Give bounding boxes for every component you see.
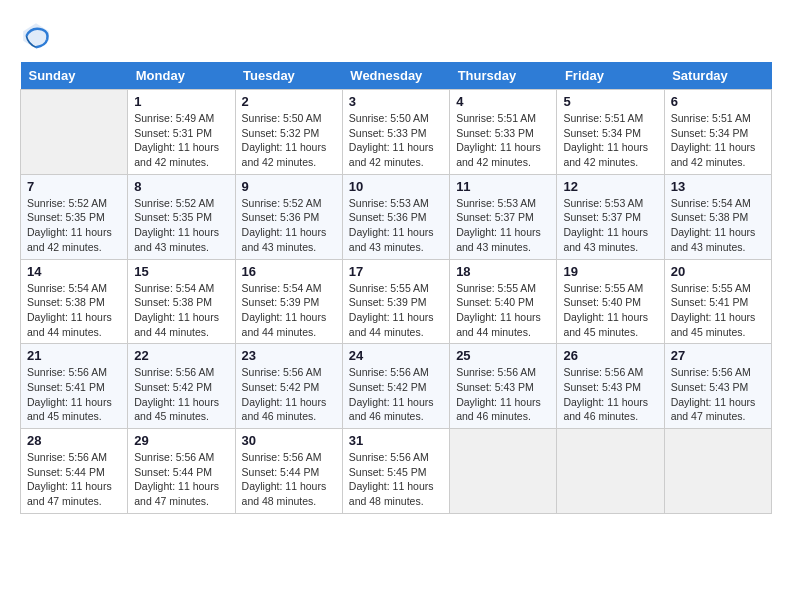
day-info: Sunrise: 5:56 AM Sunset: 5:43 PM Dayligh… (563, 365, 657, 424)
day-info: Sunrise: 5:52 AM Sunset: 5:35 PM Dayligh… (27, 196, 121, 255)
day-number: 3 (349, 94, 443, 109)
day-info: Sunrise: 5:55 AM Sunset: 5:40 PM Dayligh… (563, 281, 657, 340)
day-number: 20 (671, 264, 765, 279)
day-info: Sunrise: 5:53 AM Sunset: 5:36 PM Dayligh… (349, 196, 443, 255)
day-info: Sunrise: 5:52 AM Sunset: 5:36 PM Dayligh… (242, 196, 336, 255)
calendar-cell: 19Sunrise: 5:55 AM Sunset: 5:40 PM Dayli… (557, 259, 664, 344)
day-info: Sunrise: 5:55 AM Sunset: 5:39 PM Dayligh… (349, 281, 443, 340)
calendar-cell: 1Sunrise: 5:49 AM Sunset: 5:31 PM Daylig… (128, 90, 235, 175)
day-number: 5 (563, 94, 657, 109)
day-info: Sunrise: 5:51 AM Sunset: 5:34 PM Dayligh… (563, 111, 657, 170)
calendar-cell: 11Sunrise: 5:53 AM Sunset: 5:37 PM Dayli… (450, 174, 557, 259)
calendar-cell: 31Sunrise: 5:56 AM Sunset: 5:45 PM Dayli… (342, 429, 449, 514)
day-number: 6 (671, 94, 765, 109)
calendar-cell: 26Sunrise: 5:56 AM Sunset: 5:43 PM Dayli… (557, 344, 664, 429)
day-info: Sunrise: 5:56 AM Sunset: 5:45 PM Dayligh… (349, 450, 443, 509)
calendar-cell (450, 429, 557, 514)
day-info: Sunrise: 5:54 AM Sunset: 5:39 PM Dayligh… (242, 281, 336, 340)
day-info: Sunrise: 5:54 AM Sunset: 5:38 PM Dayligh… (27, 281, 121, 340)
calendar-cell: 29Sunrise: 5:56 AM Sunset: 5:44 PM Dayli… (128, 429, 235, 514)
day-info: Sunrise: 5:50 AM Sunset: 5:33 PM Dayligh… (349, 111, 443, 170)
day-info: Sunrise: 5:55 AM Sunset: 5:41 PM Dayligh… (671, 281, 765, 340)
day-info: Sunrise: 5:51 AM Sunset: 5:34 PM Dayligh… (671, 111, 765, 170)
calendar-cell: 20Sunrise: 5:55 AM Sunset: 5:41 PM Dayli… (664, 259, 771, 344)
day-number: 19 (563, 264, 657, 279)
calendar-cell (664, 429, 771, 514)
day-number: 27 (671, 348, 765, 363)
calendar-cell: 2Sunrise: 5:50 AM Sunset: 5:32 PM Daylig… (235, 90, 342, 175)
calendar-cell (21, 90, 128, 175)
day-number: 31 (349, 433, 443, 448)
calendar-cell: 6Sunrise: 5:51 AM Sunset: 5:34 PM Daylig… (664, 90, 771, 175)
day-info: Sunrise: 5:54 AM Sunset: 5:38 PM Dayligh… (671, 196, 765, 255)
day-info: Sunrise: 5:51 AM Sunset: 5:33 PM Dayligh… (456, 111, 550, 170)
calendar-cell: 23Sunrise: 5:56 AM Sunset: 5:42 PM Dayli… (235, 344, 342, 429)
day-number: 21 (27, 348, 121, 363)
weekday-header-row: SundayMondayTuesdayWednesdayThursdayFrid… (21, 62, 772, 90)
day-number: 11 (456, 179, 550, 194)
day-number: 15 (134, 264, 228, 279)
calendar-header: SundayMondayTuesdayWednesdayThursdayFrid… (21, 62, 772, 90)
day-number: 4 (456, 94, 550, 109)
day-number: 29 (134, 433, 228, 448)
day-info: Sunrise: 5:55 AM Sunset: 5:40 PM Dayligh… (456, 281, 550, 340)
day-info: Sunrise: 5:52 AM Sunset: 5:35 PM Dayligh… (134, 196, 228, 255)
day-info: Sunrise: 5:53 AM Sunset: 5:37 PM Dayligh… (563, 196, 657, 255)
day-number: 28 (27, 433, 121, 448)
day-info: Sunrise: 5:56 AM Sunset: 5:44 PM Dayligh… (27, 450, 121, 509)
day-number: 17 (349, 264, 443, 279)
calendar-cell: 21Sunrise: 5:56 AM Sunset: 5:41 PM Dayli… (21, 344, 128, 429)
calendar-cell: 16Sunrise: 5:54 AM Sunset: 5:39 PM Dayli… (235, 259, 342, 344)
page-header (20, 20, 772, 52)
calendar-cell: 3Sunrise: 5:50 AM Sunset: 5:33 PM Daylig… (342, 90, 449, 175)
calendar-cell: 30Sunrise: 5:56 AM Sunset: 5:44 PM Dayli… (235, 429, 342, 514)
weekday-header-tuesday: Tuesday (235, 62, 342, 90)
logo (20, 20, 56, 52)
calendar-cell: 9Sunrise: 5:52 AM Sunset: 5:36 PM Daylig… (235, 174, 342, 259)
day-number: 23 (242, 348, 336, 363)
weekday-header-sunday: Sunday (21, 62, 128, 90)
day-number: 2 (242, 94, 336, 109)
calendar-cell: 22Sunrise: 5:56 AM Sunset: 5:42 PM Dayli… (128, 344, 235, 429)
calendar-cell: 17Sunrise: 5:55 AM Sunset: 5:39 PM Dayli… (342, 259, 449, 344)
calendar-cell: 18Sunrise: 5:55 AM Sunset: 5:40 PM Dayli… (450, 259, 557, 344)
day-number: 12 (563, 179, 657, 194)
calendar-cell: 5Sunrise: 5:51 AM Sunset: 5:34 PM Daylig… (557, 90, 664, 175)
calendar-table: SundayMondayTuesdayWednesdayThursdayFrid… (20, 62, 772, 514)
calendar-week-3: 14Sunrise: 5:54 AM Sunset: 5:38 PM Dayli… (21, 259, 772, 344)
weekday-header-monday: Monday (128, 62, 235, 90)
day-number: 24 (349, 348, 443, 363)
weekday-header-wednesday: Wednesday (342, 62, 449, 90)
calendar-cell: 12Sunrise: 5:53 AM Sunset: 5:37 PM Dayli… (557, 174, 664, 259)
day-info: Sunrise: 5:54 AM Sunset: 5:38 PM Dayligh… (134, 281, 228, 340)
day-info: Sunrise: 5:56 AM Sunset: 5:43 PM Dayligh… (456, 365, 550, 424)
calendar-cell: 14Sunrise: 5:54 AM Sunset: 5:38 PM Dayli… (21, 259, 128, 344)
calendar-cell: 25Sunrise: 5:56 AM Sunset: 5:43 PM Dayli… (450, 344, 557, 429)
day-number: 26 (563, 348, 657, 363)
calendar-week-2: 7Sunrise: 5:52 AM Sunset: 5:35 PM Daylig… (21, 174, 772, 259)
calendar-cell: 4Sunrise: 5:51 AM Sunset: 5:33 PM Daylig… (450, 90, 557, 175)
calendar-cell (557, 429, 664, 514)
weekday-header-thursday: Thursday (450, 62, 557, 90)
logo-icon (20, 20, 52, 52)
day-number: 14 (27, 264, 121, 279)
calendar-week-1: 1Sunrise: 5:49 AM Sunset: 5:31 PM Daylig… (21, 90, 772, 175)
day-number: 13 (671, 179, 765, 194)
calendar-cell: 10Sunrise: 5:53 AM Sunset: 5:36 PM Dayli… (342, 174, 449, 259)
day-info: Sunrise: 5:56 AM Sunset: 5:44 PM Dayligh… (242, 450, 336, 509)
day-info: Sunrise: 5:50 AM Sunset: 5:32 PM Dayligh… (242, 111, 336, 170)
day-number: 9 (242, 179, 336, 194)
day-number: 8 (134, 179, 228, 194)
weekday-header-friday: Friday (557, 62, 664, 90)
day-number: 7 (27, 179, 121, 194)
weekday-header-saturday: Saturday (664, 62, 771, 90)
day-info: Sunrise: 5:56 AM Sunset: 5:43 PM Dayligh… (671, 365, 765, 424)
calendar-cell: 8Sunrise: 5:52 AM Sunset: 5:35 PM Daylig… (128, 174, 235, 259)
day-info: Sunrise: 5:56 AM Sunset: 5:42 PM Dayligh… (134, 365, 228, 424)
day-number: 10 (349, 179, 443, 194)
day-number: 18 (456, 264, 550, 279)
calendar-cell: 27Sunrise: 5:56 AM Sunset: 5:43 PM Dayli… (664, 344, 771, 429)
calendar-cell: 15Sunrise: 5:54 AM Sunset: 5:38 PM Dayli… (128, 259, 235, 344)
day-info: Sunrise: 5:56 AM Sunset: 5:42 PM Dayligh… (242, 365, 336, 424)
calendar-week-5: 28Sunrise: 5:56 AM Sunset: 5:44 PM Dayli… (21, 429, 772, 514)
